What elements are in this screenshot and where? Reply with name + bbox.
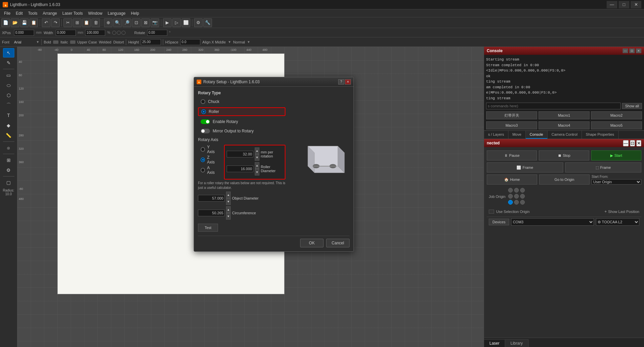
toolbar-save[interactable]: 💾 bbox=[20, 18, 29, 27]
toolbar-cut[interactable]: ✂ bbox=[63, 18, 72, 27]
mm-per-rotation-down[interactable]: ▼ bbox=[255, 154, 259, 161]
toolbar-add-node[interactable]: ⊕ bbox=[104, 18, 113, 27]
xpos-input[interactable] bbox=[14, 30, 34, 36]
menu-help[interactable]: Help bbox=[128, 10, 142, 16]
bottom-tab-library[interactable]: Library bbox=[505, 339, 528, 347]
origin-tr[interactable] bbox=[520, 188, 525, 193]
menu-edit[interactable]: Edit bbox=[13, 10, 25, 16]
console-close-btn[interactable]: ✕ bbox=[636, 48, 641, 53]
circumference-down[interactable]: ▼ bbox=[226, 213, 231, 220]
roller-diameter-input[interactable] bbox=[227, 165, 253, 172]
toolbar-zoom-out[interactable]: 🔎 bbox=[123, 18, 131, 27]
z-axis-radio[interactable] bbox=[201, 157, 205, 162]
circumference-input[interactable] bbox=[198, 210, 225, 216]
go-to-origin-button[interactable]: Go to Origin bbox=[539, 175, 590, 185]
macro-lights[interactable]: 灯带开关 bbox=[486, 111, 537, 119]
console-input[interactable] bbox=[486, 103, 621, 109]
object-diameter-up[interactable]: ▲ bbox=[226, 192, 231, 198]
tab-layers[interactable]: s / Layers bbox=[484, 131, 508, 139]
origin-tc[interactable] bbox=[514, 188, 519, 193]
toolbar-run[interactable]: ▶ bbox=[163, 18, 172, 27]
tool-node-edit[interactable]: ✎ bbox=[3, 58, 14, 68]
toolbar-new[interactable]: 📄 bbox=[1, 18, 10, 27]
toolbar-zoom-in[interactable]: 🔍 bbox=[113, 18, 122, 27]
menu-arrange[interactable]: Arrange bbox=[40, 10, 60, 16]
minimize-button[interactable]: — bbox=[607, 1, 617, 8]
tool-circle-group[interactable]: ◎ bbox=[3, 143, 14, 152]
toolbar-delete[interactable]: 🗑 bbox=[91, 18, 100, 27]
show-all-button[interactable]: Show all bbox=[622, 103, 642, 109]
dialog-help-btn[interactable]: ? bbox=[338, 79, 344, 85]
tool-measure[interactable]: 📏 bbox=[3, 131, 14, 140]
tool-text[interactable]: T bbox=[3, 111, 14, 120]
height-input[interactable] bbox=[141, 39, 161, 45]
tool-rectangle[interactable]: ▭ bbox=[3, 71, 14, 80]
macro1-button[interactable]: Macro1 bbox=[539, 111, 590, 119]
tool-select[interactable]: ↖ bbox=[3, 48, 14, 57]
menu-laser-tools[interactable]: Laser Tools bbox=[60, 10, 85, 16]
toolbar-copy[interactable]: ⊞ bbox=[73, 18, 81, 27]
stop-button[interactable]: ⏹ Stop bbox=[539, 150, 589, 160]
laser-device-select[interactable]: ⚙ TOOCAA L2 bbox=[596, 218, 639, 226]
start-button[interactable]: ▶ Start bbox=[591, 150, 641, 160]
devices-button[interactable]: Devices bbox=[489, 219, 509, 225]
enable-rotary-toggle[interactable] bbox=[201, 119, 210, 124]
origin-bc[interactable] bbox=[514, 200, 519, 205]
hspace-input[interactable] bbox=[180, 39, 200, 45]
toolbar-zoom-frame[interactable]: ⊡ bbox=[132, 18, 141, 27]
tool-settings2[interactable]: ⚙ bbox=[3, 165, 14, 175]
ok-button[interactable]: OK bbox=[300, 239, 324, 247]
origin-mr[interactable] bbox=[520, 194, 525, 199]
chuck-radio[interactable] bbox=[201, 99, 205, 104]
tool-array[interactable]: ⊞ bbox=[3, 155, 14, 165]
tab-move[interactable]: Move bbox=[508, 131, 526, 139]
macro5-button[interactable]: Macro5 bbox=[591, 121, 642, 129]
maximize-button[interactable]: □ bbox=[619, 1, 629, 8]
toolbar-console[interactable]: 🔧 bbox=[203, 18, 212, 27]
mm-per-rotation-up[interactable]: ▲ bbox=[255, 147, 259, 154]
tool-point[interactable]: ◆ bbox=[3, 121, 14, 130]
roller-diameter-down[interactable]: ▼ bbox=[255, 169, 259, 176]
pause-button[interactable]: ⏸ Pause bbox=[487, 150, 537, 160]
mirror-output-toggle[interactable] bbox=[201, 129, 210, 133]
macro2-button[interactable]: Macro2 bbox=[591, 111, 642, 119]
a-axis-radio[interactable] bbox=[201, 168, 205, 172]
bottom-tab-laser[interactable]: Laser bbox=[484, 339, 505, 347]
com-port-select[interactable]: COM3 bbox=[511, 218, 594, 226]
toolbar-settings[interactable]: ⚙ bbox=[194, 18, 203, 27]
toolbar-paste[interactable]: 📋 bbox=[82, 18, 91, 27]
toolbar-open[interactable]: 📂 bbox=[11, 18, 19, 27]
toolbar-camera[interactable]: 📷 bbox=[151, 18, 159, 27]
mm-per-rotation-input[interactable] bbox=[227, 151, 253, 157]
circumference-up[interactable]: ▲ bbox=[226, 206, 231, 213]
menu-file[interactable]: File bbox=[1, 10, 13, 16]
close-button[interactable]: ✕ bbox=[631, 1, 641, 8]
roller-diameter-up[interactable]: ▲ bbox=[255, 162, 259, 169]
console-minimize-btn[interactable]: — bbox=[623, 48, 628, 53]
toolbar-frame[interactable]: ⬜ bbox=[182, 18, 190, 27]
y-axis-radio[interactable] bbox=[201, 147, 205, 152]
tool-polygon[interactable]: ⬡ bbox=[3, 91, 14, 100]
tab-camera[interactable]: Camera Control bbox=[548, 131, 582, 139]
origin-ml[interactable] bbox=[508, 194, 513, 199]
console-float-btn[interactable]: ⊡ bbox=[629, 48, 635, 53]
macro4-button[interactable]: Macro4 bbox=[539, 121, 590, 129]
macro3-button[interactable]: Macro3 bbox=[486, 121, 537, 129]
frame-button2[interactable]: ⬚ Frame bbox=[565, 162, 642, 172]
tool-polyline[interactable]: ⌒ bbox=[3, 101, 14, 110]
rotate-input[interactable] bbox=[147, 30, 167, 36]
toolbar-save-as[interactable]: 📋 bbox=[29, 18, 38, 27]
tool-rect2[interactable]: ▢ bbox=[3, 178, 14, 187]
tool-ellipse[interactable]: ⬭ bbox=[3, 81, 14, 90]
frame-button1[interactable]: ⬜ Frame bbox=[487, 162, 563, 172]
tab-shape[interactable]: Shape Properties bbox=[582, 131, 619, 139]
italic-checkbox[interactable] bbox=[70, 40, 75, 44]
use-selection-origin-checkbox[interactable] bbox=[489, 210, 494, 214]
object-diameter-input[interactable] bbox=[198, 195, 225, 202]
origin-mc[interactable] bbox=[514, 194, 519, 199]
laser-panel-float[interactable]: ⊡ bbox=[630, 140, 635, 146]
toolbar-run-sel[interactable]: ▷ bbox=[172, 18, 181, 27]
object-diameter-down[interactable]: ▼ bbox=[226, 198, 231, 205]
menu-language[interactable]: Language bbox=[105, 10, 128, 16]
test-button[interactable]: Test bbox=[198, 224, 218, 232]
